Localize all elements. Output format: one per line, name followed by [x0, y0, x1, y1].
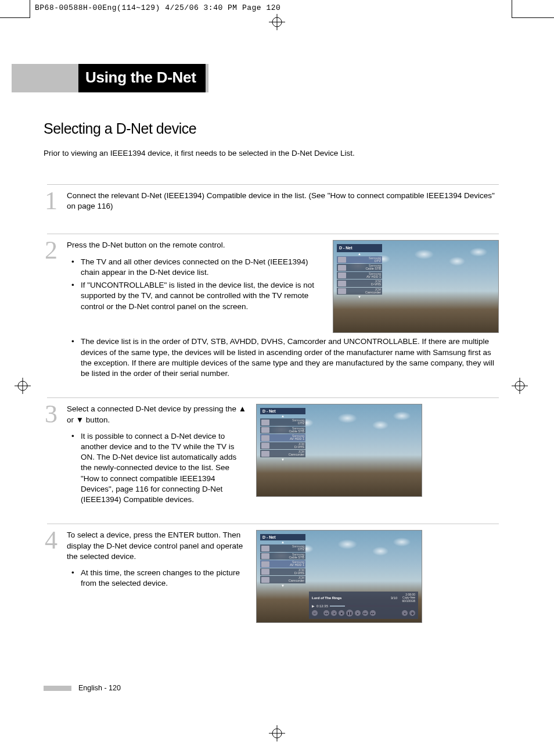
playback-elapsed: 0:12:35	[316, 604, 328, 608]
dnet-item: JCMCamcorder	[260, 450, 305, 457]
step-2-bullet: The device list is in the order of DTV, …	[75, 336, 499, 379]
play-indicator-icon: ▶	[312, 604, 315, 608]
playback-control-panel: Lord of The Rings 3/10 2:08:00 Copy-free…	[309, 592, 418, 619]
step-3: 3 Select a connected D-Net device by pre…	[47, 397, 499, 507]
down-arrow-icon: ▼	[260, 584, 305, 587]
step-2-bullet: The TV and all other devices connected o…	[75, 257, 323, 278]
crop-mark	[30, 0, 30, 17]
step-2-bullet: If "UNCONTROLLABLE" is listed in the dev…	[75, 280, 323, 312]
step-2: 2 Press the D-Net button on the remote c…	[47, 234, 499, 381]
tv-screenshot-1: D - Net ▲ SamsungDTV SamsungCable STB Sa…	[333, 240, 499, 333]
dnet-item: SamsungCable STB	[260, 553, 305, 560]
step-number: 3	[45, 404, 60, 424]
dnet-item: SamsungAV HDD 1	[337, 272, 382, 280]
registration-mark-icon	[269, 725, 285, 741]
up-arrow-icon: ▲	[260, 540, 305, 544]
skip-forward-icon: ▸▸	[370, 610, 376, 616]
page-title: Using the D-Net	[78, 64, 208, 92]
dnet-item: JCMD-VHS	[337, 280, 382, 287]
down-arrow-icon: ▼	[337, 295, 382, 299]
dnet-header: D - Net	[260, 408, 305, 414]
intro-text: Prior to viewing an IEEE1394 device, it …	[44, 149, 499, 157]
pause-icon: ❚❚	[346, 610, 353, 617]
dnet-item: SamsungCable STB	[260, 427, 305, 434]
title-accent	[12, 64, 78, 92]
step-number: 2	[45, 240, 60, 260]
dnet-item: JCMD-VHS	[260, 568, 305, 576]
step-number: 1	[45, 191, 60, 211]
dnet-device-panel: D - Net ▲ SamsungDTV SamsungCable STB Sa…	[337, 244, 382, 299]
crop-mark	[0, 17, 30, 18]
page-footer: English - 120	[44, 684, 121, 692]
power-icon: ⏻	[409, 610, 415, 616]
rewind-icon: ◂	[331, 610, 337, 616]
progress-bar	[330, 605, 415, 607]
down-arrow-icon: ▼	[260, 458, 305, 461]
crop-mark	[512, 0, 512, 17]
step-3-bullet: It is possible to connect a D-Net device…	[75, 431, 247, 506]
step-number: 4	[45, 530, 60, 550]
dnet-item: SamsungAV HDD 1	[260, 560, 305, 568]
dnet-item: SamsungDTV	[260, 418, 305, 426]
playback-title: Lord of The Rings	[312, 596, 341, 600]
registration-mark-icon	[15, 378, 31, 394]
stop-icon: ■	[339, 610, 344, 616]
crop-mark	[512, 17, 554, 18]
playback-index: 3/10	[391, 596, 398, 600]
registration-mark-icon	[269, 14, 285, 30]
footer-accent	[44, 686, 71, 691]
dnet-item: SamsungDTV	[337, 256, 382, 264]
registration-mark-icon	[512, 378, 528, 394]
skip-back-icon: ◂◂	[323, 610, 329, 616]
tv-screenshot-3: D - Net ▲ SamsungDTV SamsungCable STB Sa…	[256, 530, 422, 623]
step-1: 1 Connect the relevant D-Net (IEEE1394) …	[47, 184, 499, 217]
step-1-text: Connect the relevant D-Net (IEEE1394) Co…	[67, 191, 499, 212]
dnet-header: D - Net	[260, 534, 305, 540]
dnet-item: SamsungCable STB	[337, 264, 382, 271]
page-title-bar: Using the D-Net	[12, 64, 499, 92]
dnet-item: JCMCamcorder	[337, 288, 382, 295]
dnet-item: SamsungAV HDD 1	[260, 434, 305, 442]
dnet-item: JCMCamcorder	[260, 576, 305, 583]
section-title: Selecting a D-Net device	[44, 120, 499, 137]
dnet-item: JCMD-VHS	[260, 442, 305, 450]
return-icon: ↩	[312, 610, 318, 616]
up-arrow-icon: ▲	[337, 252, 382, 256]
page-number: English - 120	[78, 684, 121, 692]
dnet-device-panel: D - Net ▲ SamsungDTV SamsungCable STB Sa…	[260, 534, 305, 587]
playback-storage: 60/100GB	[402, 599, 415, 603]
step-3-text: Select a connected D-Net device by press…	[67, 404, 247, 425]
forward-icon: ▸▸	[362, 610, 368, 616]
step-4: 4 To select a device, press the ENTER bu…	[47, 524, 499, 623]
up-arrow-icon: ▲	[260, 414, 305, 418]
step-4-text: To select a device, press the ENTER butt…	[67, 530, 247, 562]
step-2-text: Press the D-Net button on the remote con…	[67, 240, 323, 250]
dnet-item: SamsungDTV	[260, 544, 305, 552]
play-icon: ▸	[355, 610, 361, 616]
dnet-header: D - Net	[337, 244, 382, 252]
dnet-device-panel: D - Net ▲ SamsungDTV SamsungCable STB Sa…	[260, 408, 305, 461]
step-4-bullet: At this time, the screen changes to the …	[75, 568, 247, 589]
record-icon: ●	[402, 610, 408, 616]
print-header: BP68-00588H-00Eng(114~129) 4/25/06 3:40 …	[35, 3, 280, 12]
tv-screenshot-2: D - Net ▲ SamsungDTV SamsungCable STB Sa…	[256, 404, 422, 497]
